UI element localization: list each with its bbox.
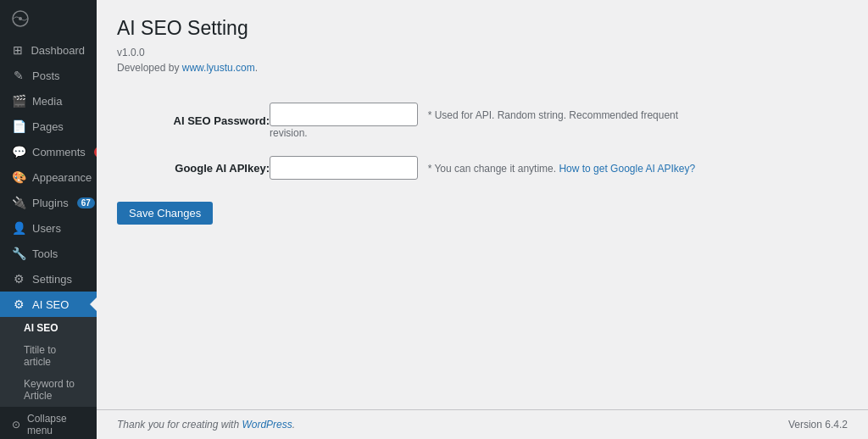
submenu-item-keyword-to-article[interactable]: Keyword to Article (0, 373, 97, 407)
save-button[interactable]: Save Changes (117, 202, 213, 225)
sidebar-item-comments[interactable]: 💬 Comments 2 (0, 139, 97, 164)
sidebar-label-comments: Comments (32, 146, 86, 158)
users-icon: 👤 (12, 221, 25, 235)
sidebar-item-appearance[interactable]: 🎨 Appearance (0, 164, 97, 190)
sidebar-label-pages: Pages (32, 120, 64, 133)
apikey-note: * You can change it anytime. How to get … (428, 163, 696, 175)
svg-point-1 (19, 17, 22, 20)
sidebar-label-users: Users (32, 222, 61, 235)
content-area: AI SEO Setting v1.0.0 Developed by www.l… (97, 0, 868, 409)
sidebar-label-dashboard: Dashboard (31, 44, 85, 57)
developer-link[interactable]: www.lyustu.com (182, 62, 255, 74)
apikey-note-prefix: * You can change it anytime. (428, 163, 556, 175)
sidebar-label-tools: Tools (32, 247, 58, 260)
password-input[interactable] (270, 103, 418, 126)
submenu-item-ai-seo[interactable]: AI SEO (0, 317, 97, 339)
wordpress-icon (12, 10, 29, 27)
main-content: AI SEO Setting v1.0.0 Developed by www.l… (97, 0, 868, 439)
sidebar-label-ai-seo: AI SEO (32, 298, 69, 311)
password-label: AI SEO Password: (174, 114, 270, 127)
comments-badge: 2 (94, 147, 97, 158)
collapse-icon: ⊙ (12, 419, 20, 431)
posts-icon: ✎ (12, 69, 25, 82)
footer: Thank you for creating with WordPress. V… (97, 409, 868, 439)
sidebar-item-plugins[interactable]: 🔌 Plugins 67 (0, 190, 97, 215)
sidebar-item-posts[interactable]: ✎ Posts (0, 63, 97, 88)
active-arrow (90, 297, 97, 311)
apikey-label: Google AI APIkey: (175, 162, 270, 175)
appearance-icon: 🎨 (12, 170, 25, 184)
sidebar-label-plugins: Plugins (32, 197, 69, 209)
collapse-menu-button[interactable]: ⊙ Collapse menu (0, 407, 97, 439)
settings-form-table: AI SEO Password: * Used for API. Random … (117, 94, 710, 188)
footer-prefix: Thank you for creating with (117, 419, 242, 431)
version-text: v1.0.0 (117, 47, 848, 58)
apikey-row: Google AI APIkey: * You can change it an… (117, 147, 710, 188)
submenu-item-titile-to-article[interactable]: Titile to article (0, 339, 97, 373)
apikey-help-link[interactable]: How to get Google AI APIkey? (559, 163, 695, 175)
sidebar-item-pages[interactable]: 📄 Pages (0, 114, 97, 139)
sidebar-label-appearance: Appearance (32, 171, 92, 184)
sidebar-item-dashboard[interactable]: ⊞ Dashboard (0, 37, 97, 63)
tools-icon: 🔧 (12, 247, 25, 260)
sidebar-item-media[interactable]: 🎬 Media (0, 88, 97, 114)
sidebar-item-ai-seo[interactable]: ⚙ AI SEO (0, 292, 97, 317)
plugins-icon: 🔌 (12, 196, 25, 209)
sidebar-item-settings[interactable]: ⚙ Settings (0, 266, 97, 292)
media-icon: 🎬 (12, 94, 25, 108)
page-title: AI SEO Setting (117, 17, 848, 40)
apikey-input[interactable] (270, 156, 418, 180)
plugins-badge: 67 (77, 197, 95, 208)
sidebar-item-tools[interactable]: 🔧 Tools (0, 241, 97, 266)
sidebar: ⊞ Dashboard ✎ Posts 🎬 Media 📄 Pages 💬 Co… (0, 0, 97, 439)
ai-seo-submenu: AI SEO Titile to article Keyword to Arti… (0, 317, 97, 407)
footer-thanks: Thank you for creating with WordPress. (117, 419, 295, 431)
sidebar-label-media: Media (32, 95, 62, 108)
footer-thanks-text: Thank you for creating with WordPress. (117, 419, 295, 431)
footer-version: Version 6.4.2 (788, 419, 848, 431)
settings-icon: ⚙ (12, 272, 25, 286)
comments-icon: 💬 (12, 145, 25, 158)
ai-seo-icon: ⚙ (12, 297, 25, 311)
sidebar-label-settings: Settings (32, 273, 72, 286)
sidebar-item-users[interactable]: 👤 Users (0, 215, 97, 241)
pages-icon: 📄 (12, 119, 25, 133)
developer-text: Developed by www.lyustu.com. (117, 62, 848, 74)
footer-wp-link[interactable]: WordPress (242, 419, 292, 431)
sidebar-logo (0, 0, 97, 37)
dashboard-icon: ⊞ (12, 43, 24, 57)
collapse-label: Collapse menu (27, 413, 85, 436)
sidebar-label-posts: Posts (32, 69, 60, 82)
developed-by-prefix: Developed by (117, 62, 182, 74)
password-row: AI SEO Password: * Used for API. Random … (117, 94, 710, 147)
